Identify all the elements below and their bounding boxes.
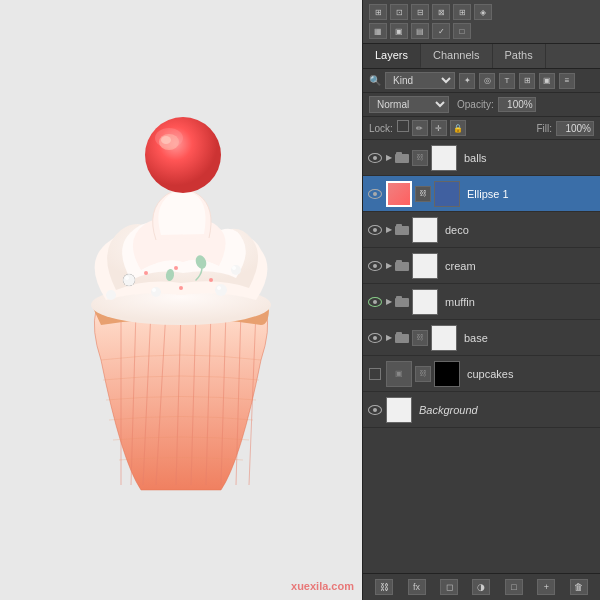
layer-visibility-deco[interactable] [367,222,383,238]
tab-paths[interactable]: Paths [493,44,546,68]
blend-mode-select[interactable]: Normal [369,96,449,113]
blend-row: Normal Opacity: [363,93,600,117]
delete-layer-button[interactable]: 🗑 [570,579,588,595]
kind-icon-5[interactable]: ▣ [539,73,555,89]
layer-name-cupcakes: cupcakes [467,368,513,380]
layer-name-balls: balls [464,152,487,164]
eye-icon-ellipse1[interactable] [368,189,382,199]
toolbar-icon-8[interactable]: ▣ [390,23,408,39]
link-layers-button[interactable]: ⛓ [375,579,393,595]
layer-style-button[interactable]: fx [408,579,426,595]
toolbar-icon-11[interactable]: □ [453,23,471,39]
kind-icon-4[interactable]: ⊞ [519,73,535,89]
eye-icon-cream[interactable] [368,261,382,271]
thumb-fill-ellipse1 [388,183,410,205]
toolbar-icon-5[interactable]: ⊞ [453,4,471,20]
layer-name-deco: deco [445,224,469,236]
layer-name-muffin: muffin [445,296,475,308]
kind-icon-2[interactable]: ◎ [479,73,495,89]
layer-visibility-cream[interactable] [367,258,383,274]
mask-button[interactable]: ◻ [440,579,458,595]
layer-name-ellipse1: Ellipse 1 [467,188,509,200]
layer-item-cupcakes[interactable]: ▣ ⛓ cupcakes [363,356,600,392]
toolbar-icon-3[interactable]: ⊟ [411,4,429,20]
layer-visibility-balls[interactable] [367,150,383,166]
toolbar-icon-2[interactable]: ⊡ [390,4,408,20]
kind-icon-1[interactable]: ✦ [459,73,475,89]
opacity-label: Opacity: [457,99,494,110]
toolbar-row-1: ⊞ ⊡ ⊟ ⊠ ⊞ ◈ [369,4,594,20]
layer-item-cream[interactable]: ▶ cream [363,248,600,284]
svg-point-12 [123,274,135,286]
lock-checkbox-1[interactable] [397,120,409,132]
lock-icon-position[interactable]: ✛ [431,120,447,136]
lock-icon-all[interactable]: 🔒 [450,120,466,136]
eye-icon-muffin[interactable] [368,297,382,307]
toolbar-row-2: ▦ ▣ ▤ ✓ □ [369,23,594,39]
expand-balls[interactable]: ▶ [386,153,392,162]
svg-point-17 [217,286,221,290]
eye-icon-deco[interactable] [368,225,382,235]
lock-icon-pixel[interactable]: ✏ [412,120,428,136]
svg-point-19 [232,266,236,270]
kind-icon-6[interactable]: ≡ [559,73,575,89]
eye-icon-balls[interactable] [368,153,382,163]
kind-row: 🔍 Kind ✦ ◎ T ⊞ ▣ ≡ [363,69,600,93]
new-layer-button[interactable]: + [537,579,555,595]
lock-icons: ✏ ✛ 🔒 [397,120,466,136]
layer-item-ellipse1[interactable]: ⛓ Ellipse 1 [363,176,600,212]
svg-point-16 [215,284,227,296]
layer-item-deco[interactable]: ▶ deco [363,212,600,248]
kind-select[interactable]: Kind [385,72,455,89]
layer-item-background[interactable]: Background [363,392,600,428]
svg-point-24 [209,278,213,282]
chain-balls: ⛓ [412,150,428,166]
chain-ellipse1: ⛓ [415,186,431,202]
tab-layers[interactable]: Layers [363,44,421,68]
chain-cupcakes: ⛓ [415,366,431,382]
svg-point-25 [179,286,183,290]
layer-item-muffin[interactable]: ▶ muffin [363,284,600,320]
toolbar-icon-1[interactable]: ⊞ [369,4,387,20]
layer-visibility-background[interactable] [367,402,383,418]
fill-label: Fill: [536,123,552,134]
svg-point-13 [125,276,129,280]
toolbar-icon-10[interactable]: ✓ [432,23,450,39]
svg-point-27 [145,117,221,193]
toolbar-icon-9[interactable]: ▤ [411,23,429,39]
svg-point-15 [152,288,156,292]
layer-thumb-balls [431,145,457,171]
layer-visibility-base[interactable] [367,330,383,346]
layer-item-base[interactable]: ▶ ⛓ base [363,320,600,356]
toolbar-icon-4[interactable]: ⊠ [432,4,450,20]
expand-deco[interactable]: ▶ [386,225,392,234]
folder-icon-balls [395,152,409,163]
thumb-fill-base [432,326,456,350]
layer-item-balls[interactable]: ▶ ⛓ balls [363,140,600,176]
layer-thumb-cream [412,253,438,279]
adjustment-button[interactable]: ◑ [472,579,490,595]
group-button[interactable]: □ [505,579,523,595]
lock-row: Lock: ✏ ✛ 🔒 Fill: [363,117,600,140]
layers-bottom: ⛓ fx ◻ ◑ □ + 🗑 [363,573,600,600]
svg-point-20 [106,290,116,300]
kind-icon-3[interactable]: T [499,73,515,89]
svg-point-30 [155,128,183,148]
opacity-input[interactable] [498,97,536,112]
toolbar-icon-7[interactable]: ▦ [369,23,387,39]
tab-channels[interactable]: Channels [421,44,492,68]
layer-thumb-deco [412,217,438,243]
expand-base[interactable]: ▶ [386,333,392,342]
toolbar-icon-6[interactable]: ◈ [474,4,492,20]
layer-visibility-ellipse1[interactable] [367,186,383,202]
layer-thumb-ellipse1 [386,181,412,207]
eye-icon-base[interactable] [368,333,382,343]
visibility-checkbox-cupcakes[interactable] [369,368,381,380]
fill-input[interactable] [556,121,594,136]
expand-cream[interactable]: ▶ [386,261,392,270]
layer-thumb-base [431,325,457,351]
folder-icon-muffin [395,296,409,307]
eye-icon-background[interactable] [368,405,382,415]
expand-muffin[interactable]: ▶ [386,297,392,306]
layer-visibility-muffin[interactable] [367,294,383,310]
